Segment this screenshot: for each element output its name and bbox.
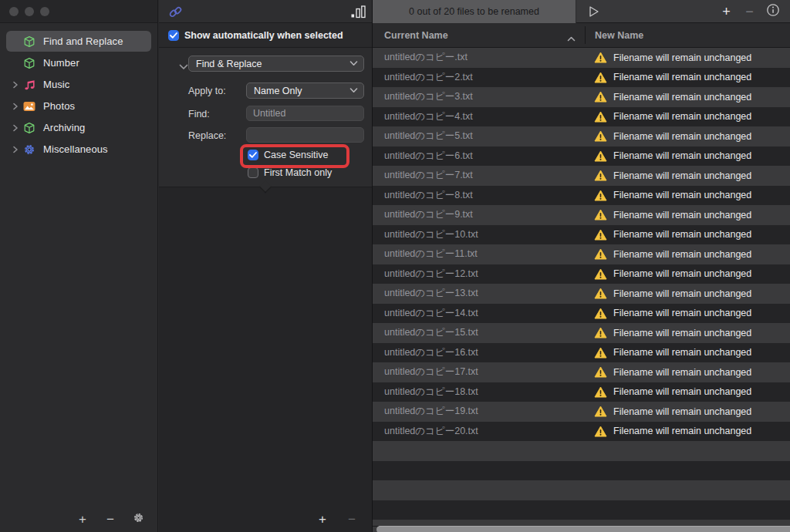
case-sensitive-checkbox[interactable] [248, 150, 258, 160]
action-type-select[interactable]: Find & Replace [188, 56, 364, 72]
sidebar-item-archiving[interactable]: Archiving [6, 117, 151, 138]
rename-status-badge: 0 out of 20 files to be renamed [373, 0, 576, 23]
zoom-window-button[interactable] [40, 7, 49, 16]
current-name-cell: untitledのコピー16.txt [384, 346, 478, 359]
warning-text: Filename will remain unchanged [613, 347, 751, 358]
find-label: Find: [188, 109, 210, 120]
table-row[interactable]: untitledのコピー6.txt Filename will remain u… [373, 146, 790, 167]
remove-action-button[interactable]: − [105, 513, 116, 526]
chevron-right-icon[interactable] [9, 146, 22, 153]
current-name-cell: untitledのコピー4.txt [384, 110, 473, 123]
table-row[interactable]: untitledのコピー19.txt Filename will remain … [373, 402, 790, 422]
warning-icon [594, 150, 607, 162]
current-name-cell: untitledのコピー10.txt [384, 228, 478, 241]
sidebar-item-music[interactable]: Music [6, 74, 151, 95]
table-row[interactable]: untitledのコピー20.txt Filename will remain … [373, 422, 790, 442]
replace-label: Replace: [188, 130, 226, 141]
sidebar-item-find-and-replace[interactable]: Find and Replace [6, 31, 151, 52]
add-action-button[interactable]: + [77, 513, 88, 526]
table-row[interactable]: untitledのコピー15.txt Filename will remain … [373, 323, 790, 343]
new-name-cell: Filename will remain unchanged [594, 170, 751, 181]
new-name-cell: Filename will remain unchanged [594, 327, 751, 338]
sort-ascending-icon[interactable] [567, 31, 576, 45]
settings-gear-icon[interactable] [133, 512, 143, 526]
sidebar-item-photos[interactable]: Photos [6, 96, 151, 116]
sidebar-item-label: Number [43, 57, 79, 69]
table-row[interactable]: untitledのコピー13.txt Filename will remain … [373, 284, 790, 304]
new-name-cell: Filename will remain unchanged [594, 268, 751, 280]
table-row[interactable]: untitledのコピー10.txt Filename will remain … [373, 225, 790, 245]
warning-icon [594, 268, 607, 280]
column-header-new-name[interactable]: New Name [595, 30, 643, 41]
table-row[interactable]: untitledのコピー12.txt Filename will remain … [373, 264, 790, 285]
table-row[interactable]: untitledのコピー17.txt Filename will remain … [373, 362, 790, 382]
current-name-cell: untitledのコピー.txt [384, 51, 468, 64]
table-row[interactable]: untitledのコピー4.txt Filename will remain u… [373, 107, 790, 127]
new-name-cell: Filename will remain unchanged [594, 72, 751, 83]
new-name-cell: Filename will remain unchanged [594, 426, 751, 437]
table-row[interactable]: untitledのコピー8.txt Filename will remain u… [373, 186, 790, 206]
current-name-cell: untitledのコピー2.txt [384, 71, 473, 84]
horizontal-scrollbar-thumb[interactable] [376, 526, 790, 532]
first-match-checkbox[interactable] [248, 167, 258, 178]
add-files-button[interactable]: + [720, 5, 733, 19]
warning-icon [594, 288, 607, 299]
table-row[interactable]: untitledのコピー14.txt Filename will remain … [373, 304, 790, 324]
table-row[interactable]: untitledのコピー9.txt Filename will remain u… [373, 205, 790, 225]
new-name-cell: Filename will remain unchanged [594, 150, 751, 162]
current-name-cell: untitledのコピー15.txt [384, 326, 478, 339]
table-row[interactable]: untitledのコピー7.txt Filename will remain u… [373, 166, 790, 186]
link-chain-icon[interactable] [168, 5, 183, 22]
renamer-app-window: Find and Replace Number [0, 0, 790, 532]
current-name-cell: untitledのコピー14.txt [384, 307, 478, 320]
chevron-down-icon[interactable] [179, 59, 188, 73]
current-name-cell: untitledのコピー13.txt [384, 287, 478, 300]
table-row[interactable]: untitledのコピー11.txt Filename will remain … [373, 244, 790, 264]
chevron-right-icon[interactable] [9, 103, 22, 110]
run-rename-play-button[interactable] [586, 4, 601, 22]
action-type-value: Find & Replace [196, 59, 262, 69]
table-row[interactable]: untitledのコピー3.txt Filename will remain u… [373, 87, 790, 107]
warning-text: Filename will remain unchanged [613, 210, 751, 221]
new-name-cell: Filename will remain unchanged [594, 229, 751, 241]
minimize-window-button[interactable] [25, 7, 34, 16]
table-row[interactable]: untitledのコピー5.txt Filename will remain u… [373, 126, 790, 146]
warning-text: Filename will remain unchanged [613, 367, 751, 378]
warning-icon [594, 366, 607, 378]
table-row[interactable]: untitledのコピー.txt Filename will remain un… [373, 48, 790, 68]
show-automatically-row: Show automatically when selected [159, 23, 372, 48]
info-icon[interactable] [766, 3, 780, 20]
warning-text: Filename will remain unchanged [613, 229, 751, 240]
sidebar-item-number[interactable]: Number [6, 52, 151, 73]
remove-step-button[interactable]: − [348, 513, 356, 526]
sidebar-item-label: Archiving [43, 122, 85, 133]
table-row[interactable]: untitledのコピー2.txt Filename will remain u… [373, 68, 790, 88]
chevron-down-icon [349, 61, 358, 66]
current-name-cell: untitledのコピー3.txt [384, 90, 473, 103]
close-window-button[interactable] [9, 7, 19, 16]
find-input[interactable]: Untitled [246, 106, 364, 121]
replace-input[interactable] [246, 127, 364, 143]
remove-files-button[interactable]: − [743, 5, 756, 19]
show-automatically-checkbox[interactable] [168, 30, 179, 41]
table-row[interactable]: untitledのコピー18.txt Filename will remain … [373, 382, 790, 402]
case-sensitive-row: Case Sensitive [248, 150, 328, 160]
chevron-right-icon[interactable] [9, 81, 22, 89]
chevron-right-icon[interactable] [9, 124, 22, 132]
column-divider[interactable] [585, 26, 586, 44]
apply-to-select[interactable]: Name Only [246, 82, 364, 99]
warning-text: Filename will remain unchanged [613, 190, 751, 200]
column-header-current-name[interactable]: Current Name [384, 30, 448, 41]
empty-row [373, 500, 790, 520]
warning-icon [594, 347, 607, 359]
current-name-cell: untitledのコピー19.txt [384, 405, 478, 418]
table-row[interactable]: untitledのコピー16.txt Filename will remain … [373, 343, 790, 363]
sidebar-item-miscellaneous[interactable]: Miscellaneous [6, 139, 151, 160]
window-titlebar[interactable] [0, 0, 157, 23]
warning-text: Filename will remain unchanged [613, 328, 751, 338]
warning-icon [594, 209, 607, 221]
statistics-bars-icon[interactable] [350, 5, 366, 22]
warning-icon [594, 386, 607, 398]
add-step-button[interactable]: + [319, 513, 326, 526]
file-list-toolbar-right: + − [720, 0, 780, 23]
